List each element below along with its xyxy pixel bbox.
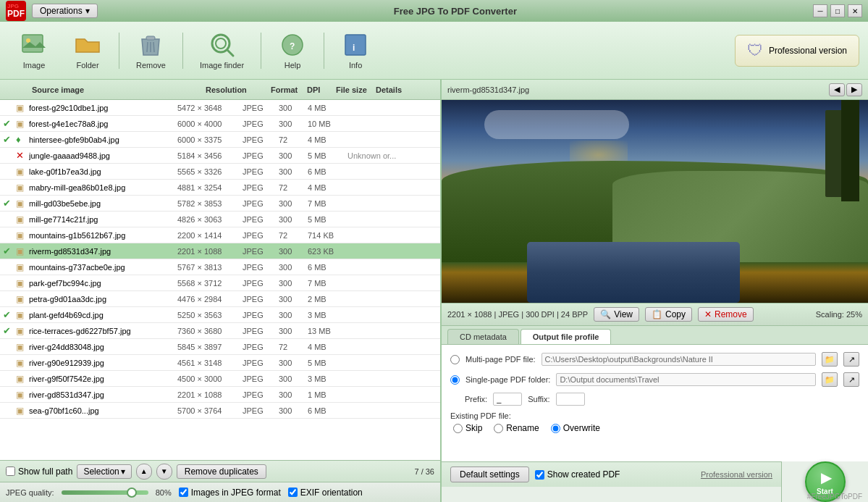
file-row[interactable]: ▣ park-gef7bc994c.jpg 5568 × 3712 JPEG 3…	[0, 275, 440, 291]
remove-image-button[interactable]: ✕ Remove	[698, 307, 754, 322]
file-row[interactable]: ▣ mill-ge7714c21f.jpg 4826 × 3063 JPEG 3…	[0, 212, 440, 227]
arrow-down-button[interactable]: ▼	[156, 464, 172, 480]
quality-label: JPEG quality:	[6, 488, 54, 497]
rename-option[interactable]: Rename	[494, 423, 539, 433]
file-row[interactable]: ✔ ♦ hintersee-gbfe9b0ab4.jpg 6000 × 3375…	[0, 132, 440, 148]
suffix-input[interactable]	[556, 393, 585, 406]
row-dpi: 300	[279, 151, 308, 160]
row-status-icon: ▣	[16, 183, 29, 193]
multipage-radio[interactable]	[450, 355, 460, 364]
row-checkbox[interactable]: ✔	[3, 309, 16, 320]
prefix-input[interactable]	[493, 393, 522, 406]
file-row[interactable]: ▣ mabry-mill-gea86b01e8.jpg 4881 × 3254 …	[0, 180, 440, 196]
overwrite-option[interactable]: Overwrite	[551, 423, 600, 433]
toolbar-divider3	[261, 33, 261, 69]
file-row[interactable]: ▣ petra-g9d01aa3dc.jpg 4476 × 2984 JPEG …	[0, 291, 440, 307]
help-button[interactable]: ? Help	[267, 27, 318, 75]
landscape-image	[442, 100, 868, 303]
pro-version-link[interactable]: Professional version	[701, 470, 772, 479]
tree2	[841, 100, 859, 201]
tab-output-profile[interactable]: Output file profile	[521, 329, 612, 344]
file-row[interactable]: ▣ lake-g0f1b7ea3d.jpg 5565 × 3326 JPEG 3…	[0, 164, 440, 180]
file-row[interactable]: ✔ ▣ plant-gefd4b69cd.jpg 5250 × 3563 JPE…	[0, 307, 440, 323]
file-row[interactable]: ▣ sea-g70bf1c60...jpg 5700 × 3764 JPEG 3…	[0, 403, 440, 419]
show-path-input[interactable]	[6, 467, 15, 476]
start-triangle-icon: ▶	[821, 469, 832, 486]
row-format: JPEG	[243, 247, 279, 256]
row-checkbox[interactable]: ✔	[3, 325, 16, 336]
close-button[interactable]: ✕	[848, 4, 862, 17]
status-img-icon: ▣	[16, 326, 24, 336]
svg-point-8	[216, 38, 226, 49]
file-row[interactable]: ✕ jungle-gaaaad9488.jpg 5184 × 3456 JPEG…	[0, 148, 440, 164]
file-row[interactable]: ✔ ▣ mill-gd03be5ebe.jpg 5782 × 3853 JPEG…	[0, 196, 440, 212]
quality-slider[interactable]	[62, 490, 148, 495]
show-path-checkbox[interactable]: Show full path	[6, 467, 72, 477]
image-finder-label: Image finder	[200, 61, 244, 70]
row-checkbox[interactable]: ✔	[3, 246, 16, 256]
row-checkbox[interactable]: ✔	[3, 118, 16, 129]
row-filename: rice-terraces-gd6227bf57.jpg	[29, 327, 177, 335]
svg-rect-2	[146, 36, 155, 40]
view-button[interactable]: 🔍 View	[594, 307, 639, 322]
remove-duplicates-button[interactable]: Remove duplicates	[177, 464, 266, 479]
image-button[interactable]: Image	[9, 27, 59, 75]
selection-button[interactable]: Selection ▾	[77, 464, 131, 479]
singlepage-path-input[interactable]	[556, 373, 816, 386]
tab-metadata[interactable]: CD metadata	[447, 329, 519, 344]
row-checkbox[interactable]: ✔	[3, 198, 16, 209]
row-filename: mill-gd03be5ebe.jpg	[29, 199, 177, 208]
multipage-path-input[interactable]	[542, 353, 816, 366]
show-pdf-input[interactable]	[535, 470, 544, 480]
file-row[interactable]: ▣ river-g9f50f7542e.jpg 4500 × 3000 JPEG…	[0, 371, 440, 387]
status-img-icon: ▣	[16, 262, 24, 272]
status-err-icon: ✕	[16, 150, 24, 161]
singlepage-open-button[interactable]: ↗	[843, 372, 859, 387]
file-row[interactable]: ✔ ▣ forest-g4e1ec78a8.jpg 6000 × 4000 JP…	[0, 116, 440, 132]
file-row[interactable]: ▣ river-g90e912939.jpg 4561 × 3148 JPEG …	[0, 355, 440, 371]
file-row[interactable]: ✔ ▣ riverm-gd8531d347.jpg 2201 × 1088 JP…	[0, 243, 440, 259]
restore-button[interactable]: □	[830, 4, 845, 17]
image-icon	[21, 32, 47, 58]
row-dpi: 300	[279, 167, 308, 176]
pro-version-button[interactable]: 🛡 Professional version	[735, 35, 859, 67]
image-finder-button[interactable]: Image finder	[189, 27, 255, 75]
file-row[interactable]: ▣ forest-g29c10dbe1.jpg 5472 × 3648 JPEG…	[0, 100, 440, 116]
singlepage-radio[interactable]	[450, 375, 460, 385]
singlepage-browse-button[interactable]: 📁	[822, 372, 838, 387]
file-row[interactable]: ▣ mountains-g737acbe0e.jpg 5767 × 3813 J…	[0, 259, 440, 275]
show-pdf-label: Show created PDF	[547, 469, 620, 480]
copy-button[interactable]: 📋 Copy	[645, 307, 692, 322]
multipage-browse-button[interactable]: 📁	[822, 352, 838, 367]
right-panel: riverm-gd8531d347.jpg ◀ ▶ 2201 × 1088 | …	[442, 80, 868, 502]
row-status-icon: ▣	[16, 326, 29, 336]
remove-button[interactable]: Remove	[125, 27, 177, 75]
arrow-up-button[interactable]: ▲	[136, 464, 152, 480]
jpeg-format-checkbox[interactable]: Images in JPEG format	[179, 488, 281, 498]
show-pdf-checkbox[interactable]: Show created PDF	[535, 469, 620, 480]
row-checkbox[interactable]: ✔	[3, 134, 16, 145]
row-status-icon: ▣	[16, 246, 29, 256]
multipage-open-button[interactable]: ↗	[843, 352, 859, 367]
default-settings-button[interactable]: Default settings	[450, 467, 529, 482]
row-format: JPEG	[243, 183, 279, 192]
operations-button[interactable]: Operations ▾	[32, 4, 98, 18]
prev-image-button[interactable]: ◀	[829, 83, 845, 96]
row-dpi: 300	[279, 406, 308, 415]
folder-button[interactable]: Folder	[62, 27, 113, 75]
info-button[interactable]: i Info	[330, 27, 381, 75]
remove-label: Remove	[136, 61, 166, 70]
minimize-button[interactable]: ─	[813, 4, 827, 17]
file-row[interactable]: ▣ mountains-g1b5612b67.jpg 2200 × 1414 J…	[0, 227, 440, 243]
next-image-button[interactable]: ▶	[846, 83, 862, 96]
row-resolution: 4881 × 3254	[177, 183, 243, 192]
exif-orientation-checkbox[interactable]: EXIF orientation	[288, 488, 363, 498]
bottom-right-bar: Default settings Show created PDF Profes…	[442, 461, 781, 487]
file-row[interactable]: ▣ river-gd8531d347.jpg 2201 × 1088 JPEG …	[0, 387, 440, 403]
quality-slider-thumb[interactable]	[127, 488, 137, 498]
skip-option[interactable]: Skip	[453, 423, 482, 433]
file-row[interactable]: ✔ ▣ rice-terraces-gd6227bf57.jpg 7360 × …	[0, 323, 440, 339]
row-format: JPEG	[243, 263, 279, 272]
row-resolution: 4500 × 3000	[177, 375, 243, 383]
file-row[interactable]: ▣ river-g24dd83048.jpg 5845 × 3897 JPEG …	[0, 339, 440, 355]
